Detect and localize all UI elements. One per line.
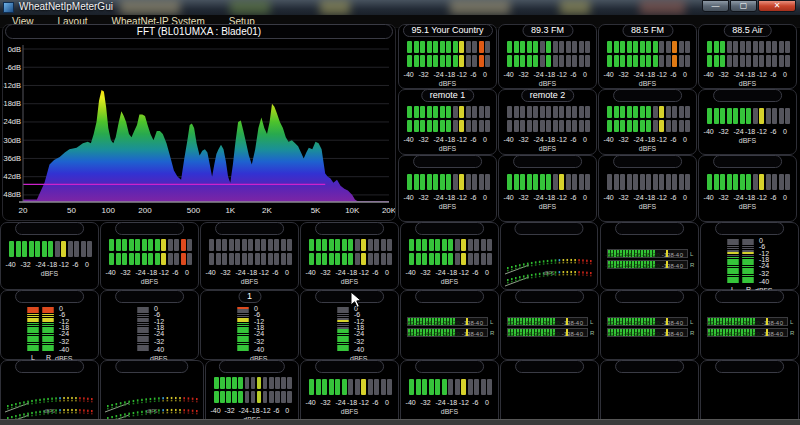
scale-tick-label: -24 (254, 331, 264, 337)
arc-tick (15, 406, 17, 407)
led-segment (472, 55, 477, 67)
meter-untitled-r3c2[interactable]: -40-32-24-18-12-60dBFS (498, 155, 597, 222)
meter-arc-r4c6[interactable]: dBFS (500, 222, 598, 290)
led-segment (455, 253, 460, 265)
scale-tick-label: -6 (570, 136, 576, 143)
fine-scale-number: -52 (614, 331, 623, 337)
meter-untitled-r2c4[interactable]: -40-32-24-18-12-60dBFS (698, 89, 797, 155)
scale-tick-label: 0 (583, 71, 587, 78)
meter-fine-r5c6[interactable]: -60-52-44-36-28-20-12-8-40L-60-52-44-36-… (500, 290, 599, 360)
led-bar-row (507, 120, 590, 132)
meter-untitled-r3c1[interactable]: -40-32-24-18-12-60dBFS (398, 155, 497, 222)
scale-tick-label: -6 (770, 194, 776, 201)
panel-title-label (15, 290, 85, 303)
titlebar[interactable]: WheatNetIpMeterGui — ▢ ✕ (0, 0, 800, 15)
unit-label: dBFS (739, 80, 757, 87)
meter-88-5-fm[interactable]: 88.5 FM-40-32-24-18-12-60dBFS (598, 24, 697, 89)
arc-tick (71, 412, 73, 413)
led-segment (409, 253, 414, 265)
fft-spectrum-panel[interactable]: FFT (BL01UMXA : Blade01) 0dB-6dB-12dB-18… (2, 24, 396, 221)
led-segment (216, 239, 221, 251)
meter-untitled-r4c5[interactable]: -40-32-24-18-12-60dBFS (400, 222, 499, 290)
close-button[interactable]: ✕ (758, 0, 796, 12)
unit-label: dBFS (141, 278, 159, 285)
minimize-button[interactable]: — (702, 0, 729, 12)
arc-tick (79, 400, 81, 401)
scale-tick-label: -18 (645, 194, 655, 201)
arc-tick (570, 271, 572, 273)
led-segment (572, 120, 577, 132)
arc-tick (171, 400, 173, 401)
led-segment (546, 120, 551, 132)
led-segment (214, 391, 219, 403)
meter-untitled-r4c4[interactable]: -40-32-24-18-12-60dBFS (300, 222, 399, 290)
led-segment (566, 174, 571, 190)
meter-vertical-r5c1[interactable]: 0-6-12-18-24-32-40LRdBFS (0, 290, 99, 360)
arc-tick (67, 409, 69, 411)
arc-tick (171, 409, 173, 411)
arc-tick (124, 401, 126, 403)
led-segment (427, 120, 432, 132)
scale-tick-label: -24 (733, 71, 743, 78)
arc-tick (39, 414, 41, 415)
arc-tick (586, 272, 588, 274)
unit-label: dBFS (441, 278, 459, 285)
meter-vertical-r5c2[interactable]: 0-6-12-18-24-32-40dBFS (100, 290, 199, 360)
meter-arc-r6c2[interactable]: dBFS (100, 360, 204, 425)
meter-empty-r6c6[interactable] (500, 360, 599, 425)
meter-untitled-r6c4[interactable]: -40-32-24-18-12-60dBFS (300, 360, 399, 425)
meter-untitled-r4c3[interactable]: -40-32-24-18-12-60dBFS (200, 222, 299, 290)
led-segment (281, 253, 286, 265)
meter-vertical-r4c8[interactable]: 0-6-12-18-24-32-40LRdBFS (700, 222, 799, 290)
meter-untitled-r3c4[interactable]: -40-32-24-18-12-60dBFS (698, 155, 797, 222)
arc-tick (63, 397, 65, 399)
meter-89-3-fm[interactable]: 89.3 FM-40-32-24-18-12-60dBFS (498, 24, 597, 89)
arc-tick (75, 400, 77, 401)
meter-untitled-r2c3[interactable]: -40-32-24-18-12-60dBFS (598, 89, 697, 155)
fine-scale-number: 0 (480, 320, 483, 326)
arc-tick (527, 266, 529, 267)
fine-scale-number: -4 (774, 320, 779, 326)
meter-untitled-r4c2[interactable]: -40-32-24-18-12-60dBFS (100, 222, 199, 290)
meter-88-5-air[interactable]: 88.5 Air-40-32-24-18-12-60dBFS (698, 24, 797, 89)
fine-peak-tick (566, 318, 568, 325)
led-segment (142, 239, 147, 251)
meter-untitled-r3c3[interactable]: -40-32-24-18-12-60dBFS (598, 155, 697, 222)
led-segment (714, 55, 719, 67)
led-segment (235, 239, 240, 251)
led-segment (707, 108, 712, 124)
meter-untitled-r4c1[interactable]: -40-32-24-18-12-60dBFS (0, 222, 99, 290)
led-segment (714, 41, 719, 53)
arc-tick (167, 409, 169, 411)
meter-untitled-r6c5[interactable]: -40-32-24-18-12-60dBFS (400, 360, 499, 425)
scale-tick-label: -40 (704, 194, 714, 201)
maximize-button[interactable]: ▢ (730, 0, 757, 12)
led-segment (466, 55, 471, 67)
meter-95-1-your-country[interactable]: 95.1 Your Country-40-32-24-18-12-60dBFS (398, 24, 497, 89)
arc-tick (566, 259, 568, 261)
meter-fine-r5c8[interactable]: -60-52-44-36-28-20-12-8-40L-60-52-44-36-… (700, 290, 799, 360)
meter-arc-r6c1[interactable]: dBFS (0, 360, 99, 425)
meter-fine-r5c5[interactable]: -60-52-44-36-28-20-12-8-40L-60-52-44-36-… (400, 290, 499, 360)
meter-remote-1[interactable]: remote 1-40-32-24-18-12-60dBFS (398, 89, 497, 155)
taskbar-edge (0, 419, 800, 425)
led-segment (533, 174, 538, 190)
fine-scale-number: -52 (614, 252, 623, 258)
meter-fine-r4c7[interactable]: -60-52-44-36-28-20-12-8-40L-60-52-44-36-… (600, 222, 699, 290)
meter-vertical-1[interactable]: 10-6-12-18-24-32-40dBFS (200, 290, 299, 360)
arc-tick (515, 265, 517, 267)
meter-empty-r6c8[interactable] (700, 360, 799, 425)
fine-scale-number: -28 (542, 320, 551, 326)
arc-tick (137, 402, 139, 403)
led-segment (466, 174, 471, 190)
arc-tick (23, 416, 25, 417)
meter-empty-r6c7[interactable] (600, 360, 699, 425)
meter-remote-2[interactable]: remote 2-40-32-24-18-12-60dBFS (498, 89, 597, 155)
arc-tick (563, 274, 565, 275)
panel-title-label (613, 89, 683, 102)
arc-tick (574, 271, 576, 273)
meter-untitled-r6c3[interactable]: -40-32-24-18-12-60dBFS (205, 360, 299, 425)
led-segment (485, 55, 490, 67)
meter-fine-r5c7[interactable]: -60-52-44-36-28-20-12-8-40L-60-52-44-36-… (600, 290, 699, 360)
led-segment (520, 106, 525, 118)
